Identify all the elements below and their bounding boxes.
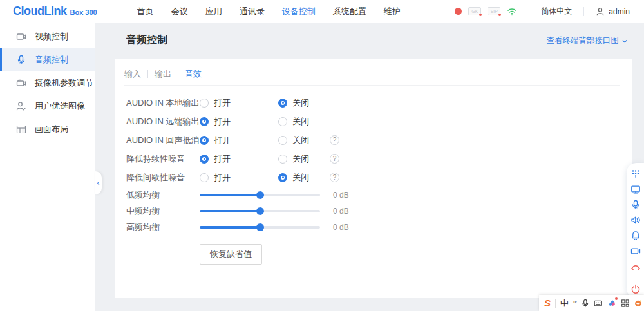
power-icon[interactable] bbox=[630, 284, 641, 294]
notification-dot-icon bbox=[615, 297, 618, 300]
low-eq-slider[interactable] bbox=[200, 194, 320, 196]
radio-option-off[interactable]: 关闭 bbox=[278, 97, 330, 109]
ime-punctuation-toggle[interactable]: °’ bbox=[573, 299, 576, 307]
radio-label: 打开 bbox=[214, 153, 231, 165]
help-icon[interactable]: ? bbox=[330, 135, 339, 145]
radio-button[interactable] bbox=[200, 155, 209, 164]
ime-language-toggle[interactable]: 中 bbox=[560, 297, 569, 309]
help-icon[interactable]: ? bbox=[330, 154, 339, 164]
layout-icon bbox=[16, 124, 26, 135]
speaker-icon[interactable] bbox=[630, 215, 641, 225]
sidebar-item-label: 摄像机参数调节 bbox=[35, 77, 93, 89]
slider-fill bbox=[200, 210, 260, 212]
view-rear-ports-link[interactable]: 查看终端背部接口图 bbox=[547, 35, 629, 46]
tab-sound-effect[interactable]: 音效 bbox=[178, 68, 208, 80]
hangup-icon[interactable] bbox=[630, 261, 641, 272]
help-icon[interactable]: ? bbox=[330, 173, 339, 182]
monitor-icon[interactable] bbox=[630, 184, 641, 194]
chevron-down-icon bbox=[621, 38, 628, 44]
mic-icon[interactable] bbox=[630, 200, 641, 210]
nav-apps[interactable]: 应用 bbox=[205, 6, 222, 17]
sidebar-item-user-image[interactable]: 用户优选图像 bbox=[0, 95, 95, 118]
slider-row-mid-eq: 中频均衡 0 dB bbox=[115, 203, 632, 219]
skin-brush-icon[interactable] bbox=[607, 299, 616, 308]
radio-button[interactable] bbox=[278, 117, 287, 126]
slider-track[interactable] bbox=[200, 210, 320, 212]
logo-model: Box 300 bbox=[70, 8, 97, 16]
radio-option-on[interactable]: 打开 bbox=[200, 97, 278, 109]
slider-thumb[interactable] bbox=[256, 223, 264, 231]
sidebar-collapse-handle[interactable]: ‹ bbox=[95, 171, 102, 194]
tab-output[interactable]: 输出 bbox=[148, 68, 178, 80]
nav-contacts[interactable]: 通讯录 bbox=[240, 6, 265, 17]
radio-option-off[interactable]: 关闭 bbox=[278, 172, 330, 184]
assistant-icon[interactable] bbox=[634, 299, 643, 308]
user-image-icon bbox=[16, 101, 26, 111]
radio-option-off[interactable]: 关闭 bbox=[278, 116, 330, 127]
header-divider bbox=[583, 7, 584, 16]
slider-fill bbox=[200, 194, 260, 196]
sidebar-item-audio-control[interactable]: 音频控制 bbox=[0, 48, 95, 71]
setting-label: AUDIO IN 本地输出 bbox=[126, 97, 200, 109]
slider-track[interactable] bbox=[200, 226, 320, 229]
radio-option-off[interactable]: 关闭 bbox=[278, 135, 330, 146]
toolbox-icon[interactable] bbox=[621, 299, 630, 308]
restore-defaults-button[interactable]: 恢复缺省值 bbox=[200, 244, 262, 265]
sogou-logo-icon[interactable]: S bbox=[544, 297, 551, 308]
dialpad-icon[interactable] bbox=[630, 169, 641, 179]
sidebar-item-layout[interactable]: 画面布局 bbox=[0, 118, 95, 141]
user-menu[interactable]: admin bbox=[596, 7, 630, 16]
setting-row-audio-in-local: AUDIO IN 本地输出 打开 关闭 ? bbox=[115, 93, 632, 112]
radio-option-off[interactable]: 关闭 bbox=[278, 153, 330, 165]
camera-icon[interactable] bbox=[630, 246, 641, 256]
sidebar-item-video-control[interactable]: 视频控制 bbox=[0, 25, 95, 48]
mic-icon bbox=[16, 55, 26, 65]
slider-value: 0 dB bbox=[333, 207, 349, 216]
tab-input[interactable]: 输入 bbox=[124, 68, 147, 80]
radio-button[interactable] bbox=[200, 136, 209, 145]
nav-system-config[interactable]: 系统配置 bbox=[333, 6, 366, 17]
nav-device-control[interactable]: 设备控制 bbox=[282, 6, 316, 17]
wifi-icon bbox=[507, 6, 517, 17]
nav-maintenance[interactable]: 维护 bbox=[384, 6, 401, 17]
radio-button[interactable] bbox=[278, 173, 287, 182]
bell-icon[interactable] bbox=[630, 231, 641, 241]
nav-home[interactable]: 首页 bbox=[137, 6, 154, 17]
language-selector[interactable]: 简体中文 bbox=[541, 6, 572, 17]
radio-option-on[interactable]: 打开 bbox=[200, 135, 278, 146]
logo-text: CloudLink bbox=[13, 5, 67, 18]
slider-thumb[interactable] bbox=[256, 207, 264, 215]
radio-button[interactable] bbox=[200, 99, 209, 108]
radio-option-on[interactable]: 打开 bbox=[200, 116, 278, 127]
radio-button[interactable] bbox=[200, 173, 209, 182]
high-eq-slider[interactable] bbox=[200, 226, 320, 229]
button-row: 恢复缺省值 bbox=[200, 244, 632, 265]
gk-alert-dot-icon bbox=[479, 14, 482, 16]
radio-option-on[interactable]: 打开 bbox=[200, 172, 278, 184]
radio-button[interactable] bbox=[278, 155, 287, 164]
radio-button[interactable] bbox=[278, 99, 287, 108]
mid-eq-slider[interactable] bbox=[200, 210, 320, 212]
gk-status-badge: GK bbox=[468, 7, 481, 15]
recording-indicator-icon bbox=[455, 8, 462, 15]
radio-button[interactable] bbox=[200, 117, 209, 126]
keyboard-icon[interactable] bbox=[594, 299, 603, 308]
header-status-area: GK SIP 简体中文 admin bbox=[455, 6, 630, 17]
sidebar-item-label: 用户优选图像 bbox=[35, 100, 85, 112]
setting-row-continuous-noise: 降低持续性噪音 打开 关闭 ? bbox=[115, 149, 632, 168]
setting-label: AUDIO IN 回声抵消 bbox=[126, 135, 200, 146]
sidebar-item-label: 视频控制 bbox=[35, 31, 68, 42]
radio-option-on[interactable]: 打开 bbox=[200, 153, 278, 165]
nav-meeting[interactable]: 会议 bbox=[171, 6, 188, 17]
sidebar-item-camera-params[interactable]: 摄像机参数调节 bbox=[0, 71, 95, 95]
app-logo[interactable]: CloudLink Box 300 bbox=[13, 5, 97, 18]
slider-thumb[interactable] bbox=[256, 191, 264, 199]
voice-input-icon[interactable] bbox=[581, 299, 590, 308]
ime-divider bbox=[555, 299, 556, 308]
sound-effect-form: AUDIO IN 本地输出 打开 关闭 ? AUDIO IN 远端输出 打开 bbox=[115, 86, 632, 265]
page-title: 音频控制 bbox=[126, 33, 167, 47]
sidebar: 视频控制 音频控制 摄像机参数调节 用户优选图像 画面布 bbox=[0, 23, 95, 311]
slider-track[interactable] bbox=[200, 194, 320, 196]
setting-label: AUDIO IN 远端输出 bbox=[126, 116, 200, 127]
radio-button[interactable] bbox=[278, 136, 287, 145]
